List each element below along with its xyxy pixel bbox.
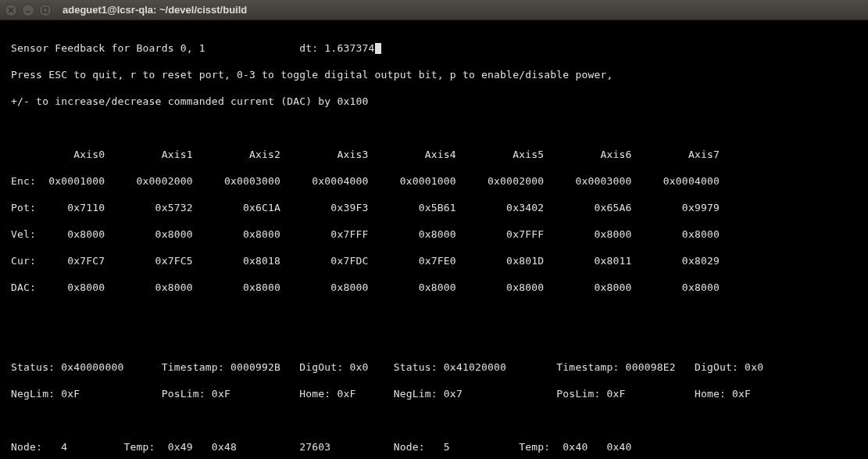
terminal-output: Sensor Feedback for Boards 0, 1 dt: 1.63…: [0, 20, 868, 459]
axis-header-row: Axis0 Axis1 Axis2 Axis3 Axis4 Axis5 Axis…: [11, 148, 857, 161]
close-icon[interactable]: [5, 4, 17, 16]
status-row-1: Status: 0x40000000 Timestamp: 0000992B D…: [11, 360, 857, 374]
cursor-block: [375, 43, 381, 54]
minimize-icon[interactable]: [22, 4, 34, 16]
row-dac: DAC: 0x8000 0x8000 0x8000 0x8000 0x8000 …: [11, 281, 857, 294]
row-pot: Pot: 0x7110 0x5732 0x6C1A 0x39F3 0x5B61 …: [11, 201, 857, 214]
status-row-2: NegLim: 0xF PosLim: 0xF Home: 0xF NegLim…: [11, 387, 857, 400]
window-title: adeguet1@lcsr-qla: ~/devel/cisst/build: [63, 4, 247, 16]
row-cur: Cur: 0x7FC7 0x7FC5 0x8018 0x7FDC 0x7FE0 …: [11, 254, 857, 267]
row-enc: Enc: 0x0001000 0x0002000 0x0003000 0x000…: [11, 174, 857, 188]
help-line-1: Press ESC to quit, r to reset port, 0-3 …: [11, 68, 857, 81]
header-title: Sensor Feedback for Boards 0, 1 dt: 1.63…: [11, 42, 375, 54]
help-line-2: +/- to increase/decrease commanded curre…: [11, 95, 857, 108]
header-line: Sensor Feedback for Boards 0, 1 dt: 1.63…: [11, 41, 857, 55]
node-temp-row: Node: 4 Temp: 0x49 0x48 27603 Node: 5 Te…: [11, 440, 857, 454]
maximize-icon[interactable]: [39, 4, 52, 16]
window-titlebar: adeguet1@lcsr-qla: ~/devel/cisst/build: [0, 0, 868, 20]
svg-rect-3: [43, 8, 48, 13]
row-vel: Vel: 0x8000 0x8000 0x8000 0x7FFF 0x8000 …: [11, 228, 857, 241]
